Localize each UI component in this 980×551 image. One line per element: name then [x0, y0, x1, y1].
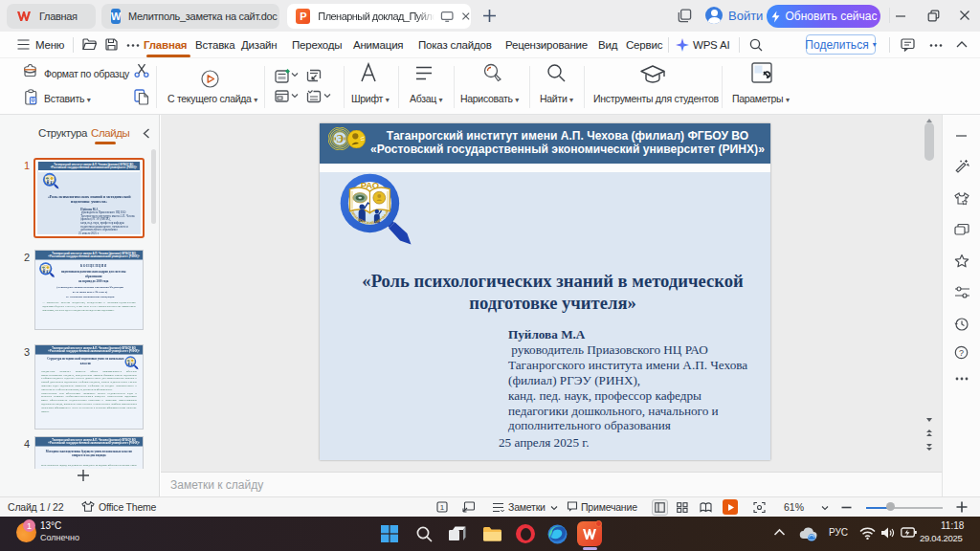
svg-text:1: 1: [440, 503, 445, 512]
svg-text:?: ?: [959, 348, 964, 358]
